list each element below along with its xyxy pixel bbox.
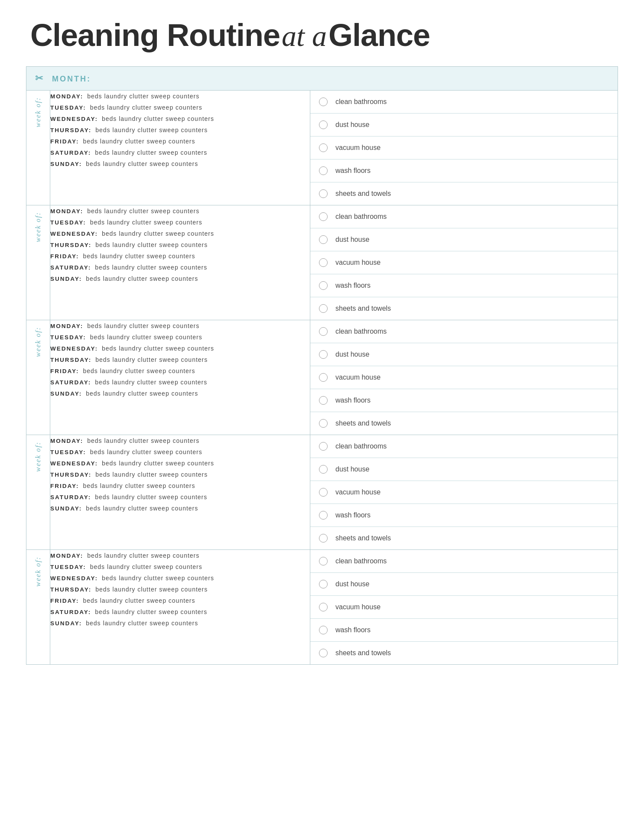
week-label-2: week of: bbox=[32, 205, 44, 249]
checklist-col-4: clean bathroomsdust housevacuum housewas… bbox=[310, 435, 618, 550]
checklist-item-5-2[interactable]: dust house bbox=[310, 573, 618, 596]
checkbox-5-3[interactable] bbox=[319, 603, 328, 611]
week-label-cell-3: week of: bbox=[26, 320, 50, 435]
day-name-1-1: MONDAY: bbox=[50, 93, 83, 100]
checklist-item-5-3[interactable]: vacuum house bbox=[310, 596, 618, 619]
checklist-text-2-2: dust house bbox=[335, 236, 369, 244]
day-tasks-1-7: beds laundry clutter sweep counters bbox=[84, 160, 198, 167]
checklist-item-5-5[interactable]: sheets and towels bbox=[310, 642, 618, 664]
checkbox-2-1[interactable] bbox=[319, 212, 328, 221]
day-tasks-2-7: beds laundry clutter sweep counters bbox=[84, 275, 198, 282]
checkbox-5-2[interactable] bbox=[319, 580, 328, 588]
daily-col-3: MONDAY: beds laundry clutter sweep count… bbox=[50, 320, 310, 435]
checkbox-1-2[interactable] bbox=[319, 120, 328, 129]
day-tasks-2-3: beds laundry clutter sweep counters bbox=[100, 230, 214, 237]
checkbox-3-2[interactable] bbox=[319, 350, 328, 359]
checkbox-3-3[interactable] bbox=[319, 373, 328, 382]
checklist-item-3-4[interactable]: wash floors bbox=[310, 389, 618, 412]
checklist-item-3-3[interactable]: vacuum house bbox=[310, 366, 618, 389]
checkbox-2-5[interactable] bbox=[319, 304, 328, 313]
checkbox-5-5[interactable] bbox=[319, 649, 328, 657]
day-row-5-5: FRIDAY: beds laundry clutter sweep count… bbox=[50, 595, 310, 606]
checklist-item-4-3[interactable]: vacuum house bbox=[310, 481, 618, 504]
day-row-1-5: FRIDAY: beds laundry clutter sweep count… bbox=[50, 136, 310, 147]
checklist-text-4-2: dust house bbox=[335, 465, 369, 473]
checklist-item-2-1[interactable]: clean bathrooms bbox=[310, 205, 618, 228]
checkbox-2-4[interactable] bbox=[319, 281, 328, 290]
checklist-item-2-4[interactable]: wash floors bbox=[310, 274, 618, 297]
checkbox-3-4[interactable] bbox=[319, 396, 328, 405]
checklist-item-4-2[interactable]: dust house bbox=[310, 458, 618, 481]
day-tasks-5-6: beds laundry clutter sweep counters bbox=[93, 608, 207, 615]
day-row-5-3: WEDNESDAY: beds laundry clutter sweep co… bbox=[50, 572, 310, 584]
day-row-3-6: SATURDAY: beds laundry clutter sweep cou… bbox=[50, 377, 310, 388]
checklist-item-3-5[interactable]: sheets and towels bbox=[310, 412, 618, 435]
checklist-item-2-2[interactable]: dust house bbox=[310, 228, 618, 251]
checklist-item-5-1[interactable]: clean bathrooms bbox=[310, 550, 618, 573]
day-tasks-1-4: beds laundry clutter sweep counters bbox=[93, 127, 208, 133]
day-tasks-1-5: beds laundry clutter sweep counters bbox=[81, 138, 195, 145]
checkbox-4-3[interactable] bbox=[319, 488, 328, 497]
checkbox-5-1[interactable] bbox=[319, 557, 328, 566]
checklist-item-1-5[interactable]: sheets and towels bbox=[310, 182, 618, 205]
day-name-3-4: THURSDAY: bbox=[50, 357, 91, 363]
checklist-item-1-2[interactable]: dust house bbox=[310, 114, 618, 136]
checklist-item-3-2[interactable]: dust house bbox=[310, 343, 618, 366]
checklist-item-4-1[interactable]: clean bathrooms bbox=[310, 435, 618, 458]
week-label-cell-4: week of: bbox=[26, 435, 50, 550]
week-row-4: week of:MONDAY: beds laundry clutter swe… bbox=[26, 435, 618, 550]
page-title: Cleaning Routine at a Glance bbox=[26, 17, 618, 53]
checkbox-4-5[interactable] bbox=[319, 534, 328, 543]
day-tasks-4-5: beds laundry clutter sweep counters bbox=[81, 482, 195, 489]
checkbox-4-2[interactable] bbox=[319, 465, 328, 474]
checkbox-3-5[interactable] bbox=[319, 419, 328, 428]
day-tasks-4-7: beds laundry clutter sweep counters bbox=[84, 505, 198, 512]
checkbox-1-1[interactable] bbox=[319, 98, 328, 106]
checkbox-3-1[interactable] bbox=[319, 327, 328, 336]
checkbox-1-4[interactable] bbox=[319, 166, 328, 175]
day-row-1-1: MONDAY: beds laundry clutter sweep count… bbox=[50, 91, 310, 102]
week-label-cell-5: week of: bbox=[26, 550, 50, 665]
checklist-text-5-1: clean bathrooms bbox=[335, 557, 387, 565]
day-tasks-3-1: beds laundry clutter sweep counters bbox=[85, 322, 199, 329]
day-tasks-3-6: beds laundry clutter sweep counters bbox=[93, 379, 207, 386]
week-label-3: week of: bbox=[32, 320, 44, 364]
day-tasks-5-2: beds laundry clutter sweep counters bbox=[88, 563, 202, 570]
day-name-1-4: THURSDAY: bbox=[50, 127, 91, 133]
checklist-item-4-5[interactable]: sheets and towels bbox=[310, 527, 618, 549]
day-tasks-5-7: beds laundry clutter sweep counters bbox=[84, 620, 198, 627]
checklist-item-2-3[interactable]: vacuum house bbox=[310, 251, 618, 274]
checklist-item-1-4[interactable]: wash floors bbox=[310, 159, 618, 182]
checklist-item-3-1[interactable]: clean bathrooms bbox=[310, 320, 618, 343]
title-part1: Cleaning Routine bbox=[30, 18, 280, 52]
day-name-2-2: TUESDAY: bbox=[50, 219, 86, 226]
day-row-4-6: SATURDAY: beds laundry clutter sweep cou… bbox=[50, 491, 310, 503]
day-name-2-6: SATURDAY: bbox=[50, 264, 91, 271]
week-label-cell-2: week of: bbox=[26, 205, 50, 320]
checklist-item-1-1[interactable]: clean bathrooms bbox=[310, 91, 618, 114]
checkbox-4-4[interactable] bbox=[319, 511, 328, 520]
day-name-5-5: FRIDAY: bbox=[50, 598, 79, 604]
day-row-4-7: SUNDAY: beds laundry clutter sweep count… bbox=[50, 503, 310, 514]
week-label-1: week of: bbox=[32, 91, 44, 134]
day-name-4-2: TUESDAY: bbox=[50, 449, 86, 455]
checkbox-2-2[interactable] bbox=[319, 235, 328, 244]
checklist-item-5-4[interactable]: wash floors bbox=[310, 619, 618, 642]
day-row-4-3: WEDNESDAY: beds laundry clutter sweep co… bbox=[50, 458, 310, 469]
checkbox-1-5[interactable] bbox=[319, 189, 328, 198]
day-name-5-1: MONDAY: bbox=[50, 552, 83, 559]
day-name-4-5: FRIDAY: bbox=[50, 483, 79, 489]
checkbox-4-1[interactable] bbox=[319, 442, 328, 451]
day-row-4-5: FRIDAY: beds laundry clutter sweep count… bbox=[50, 480, 310, 491]
week-row-1: week of:MONDAY: beds laundry clutter swe… bbox=[26, 91, 618, 205]
day-tasks-3-5: beds laundry clutter sweep counters bbox=[81, 367, 195, 374]
checkbox-5-4[interactable] bbox=[319, 626, 328, 634]
day-name-3-1: MONDAY: bbox=[50, 323, 83, 329]
checklist-item-2-5[interactable]: sheets and towels bbox=[310, 297, 618, 320]
checkbox-1-3[interactable] bbox=[319, 143, 328, 152]
checklist-item-4-4[interactable]: wash floors bbox=[310, 504, 618, 527]
checklist-text-3-1: clean bathrooms bbox=[335, 328, 387, 335]
day-row-1-2: TUESDAY: beds laundry clutter sweep coun… bbox=[50, 102, 310, 113]
checkbox-2-3[interactable] bbox=[319, 258, 328, 267]
checklist-item-1-3[interactable]: vacuum house bbox=[310, 136, 618, 159]
